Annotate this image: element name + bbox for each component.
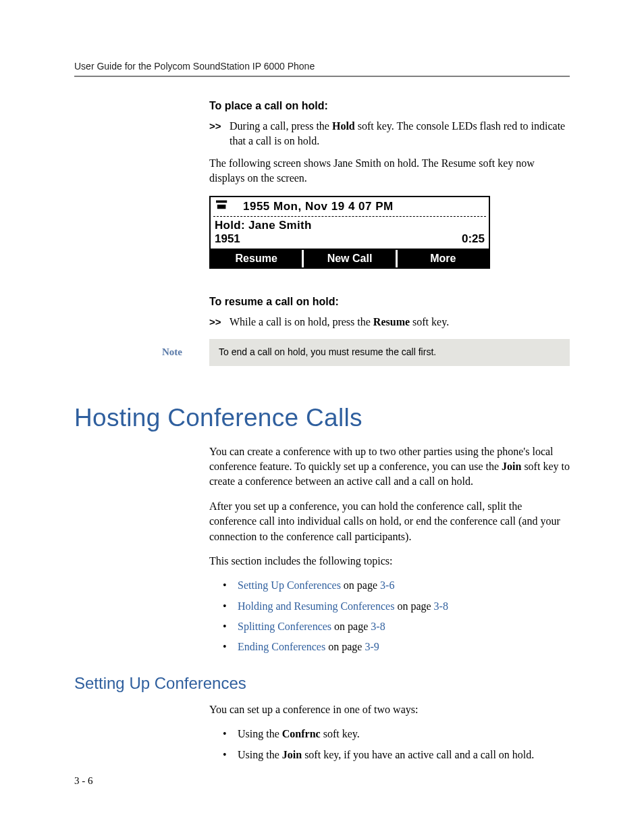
bold-hold: Hold — [332, 120, 355, 132]
svg-rect-0 — [216, 201, 227, 203]
step-text: During a call, press the Hold soft key. … — [230, 119, 570, 149]
softkey-newcall: New Call — [304, 250, 397, 267]
step-arrow-icon: >> — [209, 315, 230, 329]
lcd-softkeys: Resume New Call More — [211, 249, 489, 267]
lcd-line3: 1951 0:25 — [211, 232, 489, 249]
link-page-3-6[interactable]: 3-6 — [380, 579, 394, 591]
lcd-extension: 1951 — [215, 232, 240, 246]
t: Using the — [238, 728, 282, 739]
link-page-3-8b[interactable]: 3-8 — [371, 621, 385, 632]
t: on page — [341, 579, 380, 591]
link-page-3-8[interactable]: 3-8 — [434, 600, 448, 612]
phone-line-icon — [215, 199, 230, 214]
page: User Guide for the Polycom SoundStation … — [0, 0, 644, 834]
topic-list: Setting Up Conferences on page 3-6 Holdi… — [223, 578, 570, 655]
section-setup-conferences: You can set up a conference in one of tw… — [209, 702, 570, 762]
list-item: Using the Join soft key, if you have an … — [223, 748, 570, 762]
lcd-datetime: 1955 Mon, Nov 19 4 07 PM — [230, 200, 485, 213]
section-conference-intro: You can create a conference with up to t… — [209, 444, 570, 655]
link-page-3-9[interactable]: 3-9 — [365, 641, 379, 652]
phone-lcd-figure: 1955 Mon, Nov 19 4 07 PM Hold: Jane Smit… — [209, 196, 490, 269]
step-arrow-icon: >> — [209, 119, 230, 133]
running-header: User Guide for the Polycom SoundStation … — [74, 61, 570, 72]
step-text: While a call is on hold, press the Resum… — [230, 315, 570, 330]
t: While a call is on hold, press the — [230, 316, 373, 328]
note-block: Note To end a call on hold, you must res… — [74, 339, 570, 366]
setup-p1: You can set up a conference in one of tw… — [209, 702, 570, 717]
bold-confrnc: Confrnc — [282, 728, 321, 739]
t: soft key. — [410, 316, 449, 328]
bold-resume: Resume — [373, 316, 410, 328]
heading-setting-up-conferences: Setting Up Conferences — [74, 674, 570, 693]
link-splitting-conferences[interactable]: Splitting Conferences — [238, 621, 331, 632]
list-item: Using the Confrnc soft key. — [223, 727, 570, 741]
page-number: 3 - 6 — [74, 775, 93, 787]
list-item: Splitting Conferences on page 3-8 — [223, 619, 570, 634]
t: on page — [331, 621, 371, 632]
softkey-more: More — [398, 250, 489, 267]
lcd-timer: 0:25 — [462, 232, 485, 246]
header-rule — [74, 76, 570, 77]
t: on page — [325, 641, 365, 652]
t: During a call, press the — [230, 120, 332, 132]
list-item: Holding and Resuming Conferences on page… — [223, 599, 570, 614]
link-ending-conferences[interactable]: Ending Conferences — [238, 641, 325, 652]
list-item: Ending Conferences on page 3-9 — [223, 640, 570, 654]
heading-hosting-conference-calls: Hosting Conference Calls — [74, 404, 570, 432]
bold-join2: Join — [282, 749, 302, 760]
list-item: Setting Up Conferences on page 3-6 — [223, 578, 570, 593]
section-place-on-hold: To place a call on hold: >> During a cal… — [209, 100, 570, 330]
softkey-resume: Resume — [211, 250, 304, 267]
link-setting-up-conferences[interactable]: Setting Up Conferences — [238, 579, 341, 591]
t: on page — [394, 600, 433, 612]
svg-rect-1 — [217, 205, 226, 209]
proc-title-resume: To resume a call on hold: — [209, 296, 570, 308]
conf-p3: This section includes the following topi… — [209, 554, 570, 569]
lcd-line1: 1955 Mon, Nov 19 4 07 PM — [211, 197, 489, 216]
note-label-cell: Note — [74, 339, 209, 366]
conf-p1: You can create a conference with up to t… — [209, 444, 570, 490]
t: Using the — [238, 749, 282, 760]
conf-p2: After you set up a conference, you can h… — [209, 499, 570, 544]
step-hold: >> During a call, press the Hold soft ke… — [209, 119, 570, 149]
t: soft key. — [321, 728, 360, 739]
lcd-line2: Hold: Jane Smith — [211, 217, 489, 232]
step-resume: >> While a call is on hold, press the Re… — [209, 315, 570, 330]
t: soft key, if you have an active call and… — [302, 749, 534, 760]
note-body-cell: To end a call on hold, you must resume t… — [209, 339, 570, 366]
proc-title-hold: To place a call on hold: — [209, 100, 570, 112]
link-holding-resuming-conferences[interactable]: Holding and Resuming Conferences — [238, 600, 394, 612]
para-hold-screen: The following screen shows Jane Smith on… — [209, 156, 570, 186]
note-text: To end a call on hold, you must resume t… — [209, 339, 570, 366]
note-label: Note — [162, 346, 182, 358]
bold-join: Join — [502, 461, 521, 472]
ways-list: Using the Confrnc soft key. Using the Jo… — [223, 727, 570, 762]
